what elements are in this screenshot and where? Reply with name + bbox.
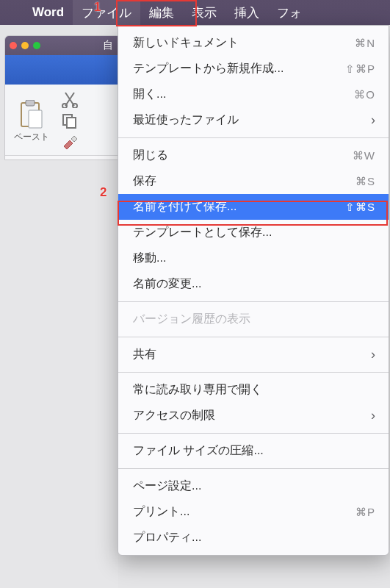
- menu-separator: [118, 468, 389, 469]
- menu-separator: [118, 372, 389, 373]
- paste-label: ペースト: [14, 131, 49, 143]
- menu-item-17[interactable]: アクセスの制限›: [118, 403, 389, 429]
- annotation-label-2: 2: [100, 185, 106, 200]
- menu-item-label: プロパティ...: [133, 530, 375, 545]
- menu-separator: [118, 433, 389, 434]
- paste-button[interactable]: ペースト: [10, 100, 54, 143]
- zoom-icon[interactable]: [33, 42, 40, 49]
- traffic-lights[interactable]: [10, 42, 40, 49]
- svg-point-4: [73, 104, 77, 108]
- menu-item-label: 共有: [133, 347, 371, 362]
- menu-item-label: バージョン履歴の表示: [133, 312, 375, 327]
- menu-item-7[interactable]: 名前を付けて保存...⇧⌘S: [118, 194, 389, 220]
- menu-item-label: 保存: [133, 173, 355, 189]
- background-area: [0, 160, 118, 588]
- autosave-label: 自: [103, 39, 113, 52]
- menu-item-label: テンプレートから新規作成...: [133, 61, 345, 76]
- menu-font-cut[interactable]: フォ: [268, 0, 311, 25]
- menu-item-3[interactable]: 最近使ったファイル›: [118, 107, 389, 133]
- minimize-icon[interactable]: [21, 42, 29, 49]
- app-name[interactable]: Word: [24, 5, 73, 20]
- menu-item-label: ファイル サイズの圧縮...: [133, 443, 375, 459]
- menu-item-label: 新しいドキュメント: [133, 35, 355, 51]
- menu-item-label: 名前の変更...: [133, 276, 375, 292]
- menu-item-label: 開く...: [133, 87, 354, 102]
- word-window: 自 ペースト: [4, 35, 118, 160]
- menu-item-label: 名前を付けて保存...: [133, 199, 345, 215]
- menu-view[interactable]: 表示: [183, 0, 225, 25]
- menu-item-16[interactable]: 常に読み取り専用で開く: [118, 377, 389, 403]
- menu-item-22[interactable]: プリント...⌘P: [118, 499, 389, 525]
- annotation-label-1: 1: [94, 0, 101, 15]
- menu-item-shortcut: ⇧⌘S: [345, 201, 375, 214]
- menu-item-label: 常に読み取り専用で開く: [133, 382, 375, 398]
- menu-item-9[interactable]: 移動...: [118, 245, 389, 271]
- close-icon[interactable]: [10, 42, 17, 49]
- ribbon-tabs[interactable]: [5, 55, 118, 85]
- menu-item-shortcut: ⌘N: [355, 37, 375, 50]
- menu-item-0[interactable]: 新しいドキュメント⌘N: [118, 30, 389, 56]
- menu-item-shortcut: ⌘O: [354, 88, 375, 101]
- menu-edit[interactable]: 編集: [140, 0, 183, 25]
- menu-item-19[interactable]: ファイル サイズの圧縮...: [118, 438, 389, 464]
- chevron-right-icon: ›: [371, 112, 375, 128]
- menu-item-2[interactable]: 開く...⌘O: [118, 82, 389, 107]
- menu-item-shortcut: ⌘P: [355, 506, 375, 519]
- svg-rect-6: [67, 118, 76, 128]
- chevron-right-icon: ›: [371, 408, 375, 423]
- menu-separator: [118, 337, 389, 337]
- menu-item-label: テンプレートとして保存...: [133, 225, 375, 240]
- format-painter-icon[interactable]: [61, 135, 79, 152]
- svg-point-3: [62, 104, 67, 108]
- cut-icon[interactable]: [61, 90, 79, 108]
- window-titlebar: 自: [5, 36, 118, 55]
- menu-item-label: 移動...: [133, 251, 375, 266]
- ribbon-body: ペースト: [5, 85, 118, 156]
- menu-item-label: プリント...: [133, 504, 355, 520]
- menu-item-12: バージョン履歴の表示: [118, 306, 389, 332]
- menu-item-8[interactable]: テンプレートとして保存...: [118, 220, 389, 245]
- menu-item-label: ページ設定...: [133, 478, 375, 494]
- mac-menubar: Word ファイル 編集 表示 挿入 フォ: [0, 0, 390, 25]
- menu-item-1[interactable]: テンプレートから新規作成...⇧⌘P: [118, 56, 389, 82]
- menu-item-label: アクセスの制限: [133, 408, 371, 423]
- menu-item-6[interactable]: 保存⌘S: [118, 168, 389, 194]
- menu-insert[interactable]: 挿入: [225, 0, 268, 25]
- menu-item-label: 最近使ったファイル: [133, 112, 371, 128]
- menu-item-label: 閉じる: [133, 148, 353, 163]
- menu-separator: [118, 137, 389, 138]
- svg-rect-1: [26, 100, 35, 106]
- menu-item-shortcut: ⌘W: [353, 149, 375, 162]
- clipboard-icon: [18, 100, 45, 129]
- file-menu-dropdown: 新しいドキュメント⌘Nテンプレートから新規作成...⇧⌘P開く...⌘O最近使っ…: [118, 25, 389, 556]
- menu-file[interactable]: ファイル: [73, 0, 140, 25]
- copy-icon[interactable]: [61, 112, 79, 130]
- menu-item-5[interactable]: 閉じる⌘W: [118, 143, 389, 168]
- menu-item-shortcut: ⇧⌘P: [345, 62, 375, 76]
- menu-item-shortcut: ⌘S: [355, 175, 375, 188]
- menu-item-10[interactable]: 名前の変更...: [118, 271, 389, 297]
- menu-item-21[interactable]: ページ設定...: [118, 473, 389, 499]
- menu-item-23[interactable]: プロパティ...: [118, 525, 389, 551]
- menu-separator: [118, 301, 389, 302]
- svg-rect-2: [29, 110, 42, 128]
- menu-item-14[interactable]: 共有›: [118, 342, 389, 368]
- chevron-right-icon: ›: [371, 347, 375, 362]
